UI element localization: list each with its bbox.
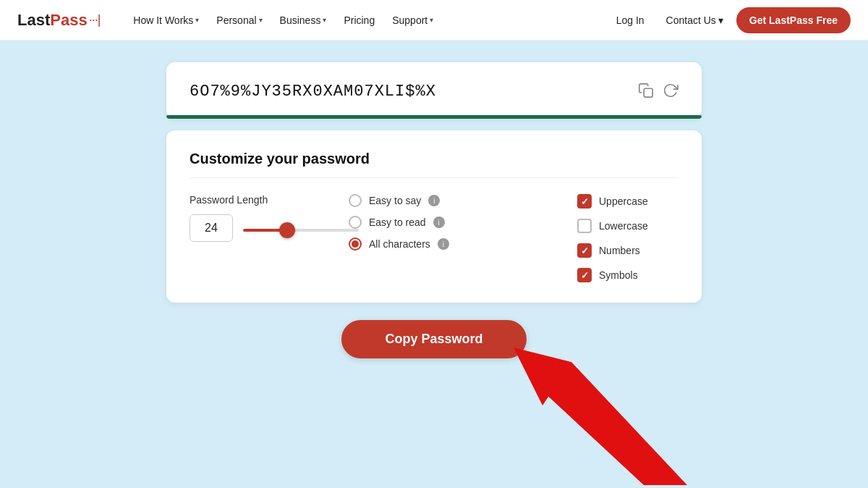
uppercase-label: Uppercase xyxy=(599,195,648,207)
length-input[interactable] xyxy=(190,214,233,242)
length-label: Password Length xyxy=(190,194,334,206)
copy-icon[interactable] xyxy=(638,83,654,101)
symbols-label: Symbols xyxy=(599,269,638,281)
password-display-card: 6O7%9%JY35RX0XAM07XLI$%X xyxy=(166,62,702,119)
contact-button[interactable]: Contact Us ▾ xyxy=(659,10,731,30)
password-text: 6O7%9%JY35RX0XAM07XLI$%X xyxy=(190,83,624,101)
symbols-checkbox[interactable] xyxy=(577,268,592,282)
nav-right: Log In Contact Us ▾ Get LastPass Free xyxy=(608,7,851,33)
nav-item-how-it-works[interactable]: How It Works ▾ xyxy=(126,10,206,30)
checkbox-numbers[interactable]: Numbers xyxy=(577,243,678,258)
nav-item-business[interactable]: Business ▾ xyxy=(273,10,334,30)
checkbox-lowercase[interactable]: Lowercase xyxy=(577,219,678,233)
logo-pass: Pass xyxy=(50,11,87,30)
radio-easy-say-circle xyxy=(349,194,362,207)
chevron-down-icon: ▾ xyxy=(430,16,433,24)
uppercase-checkbox[interactable] xyxy=(577,194,592,209)
char-type-section: Easy to say i Easy to read i All charact… xyxy=(334,194,563,251)
radio-easy-read[interactable]: Easy to read i xyxy=(349,216,563,229)
customize-card: Customize your password Password Length … xyxy=(166,130,702,303)
refresh-icon[interactable] xyxy=(663,83,678,101)
customize-body: Password Length Easy to say i Easy xyxy=(190,194,678,282)
svg-rect-0 xyxy=(644,88,652,97)
radio-easy-read-circle xyxy=(349,216,362,229)
length-input-row xyxy=(190,214,334,242)
length-section: Password Length xyxy=(190,194,334,242)
easy-read-info-icon[interactable]: i xyxy=(433,216,445,228)
strength-bar-container xyxy=(166,115,702,119)
radio-easy-say[interactable]: Easy to say i xyxy=(349,194,563,207)
easy-say-info-icon[interactable]: i xyxy=(428,195,440,206)
radio-all-chars[interactable]: All characters i xyxy=(349,237,563,251)
password-display-row: 6O7%9%JY35RX0XAM07XLI$%X xyxy=(190,83,678,101)
chevron-down-icon: ▾ xyxy=(323,16,326,24)
nav-item-personal[interactable]: Personal ▾ xyxy=(209,10,269,30)
get-lastpass-free-button[interactable]: Get LastPass Free xyxy=(736,7,851,33)
checkbox-section: Uppercase Lowercase Numbers Symbols xyxy=(563,194,678,282)
main-content: 6O7%9%JY35RX0XAM07XLI$%X xyxy=(0,41,868,488)
radio-all-chars-label: All characters xyxy=(369,238,430,250)
radio-all-chars-circle xyxy=(349,237,362,251)
logo-dots: ···| xyxy=(89,12,101,28)
numbers-checkbox[interactable] xyxy=(577,243,592,258)
checkbox-symbols[interactable]: Symbols xyxy=(577,268,678,282)
radio-easy-read-label: Easy to read xyxy=(369,216,426,228)
strength-bar-fill xyxy=(166,115,702,119)
lowercase-checkbox[interactable] xyxy=(577,219,592,233)
logo[interactable]: LastPass···| xyxy=(17,11,100,30)
password-actions xyxy=(638,83,678,101)
copy-btn-container: Copy Password xyxy=(341,320,526,358)
nav-item-support[interactable]: Support ▾ xyxy=(385,10,441,30)
radio-easy-say-label: Easy to say xyxy=(369,195,421,206)
navbar: LastPass···| How It Works ▾ Personal ▾ B… xyxy=(0,0,868,41)
nav-links: How It Works ▾ Personal ▾ Business ▾ Pri… xyxy=(126,10,607,30)
nav-item-pricing[interactable]: Pricing xyxy=(336,10,382,30)
login-button[interactable]: Log In xyxy=(608,10,653,30)
lowercase-label: Lowercase xyxy=(599,220,648,232)
customize-title: Customize your password xyxy=(190,151,678,178)
checkbox-uppercase[interactable]: Uppercase xyxy=(577,194,678,209)
copy-password-button[interactable]: Copy Password xyxy=(341,320,526,358)
all-chars-info-icon[interactable]: i xyxy=(438,238,449,250)
chevron-down-icon: ▾ xyxy=(195,16,199,24)
numbers-label: Numbers xyxy=(599,245,640,256)
logo-last: Last xyxy=(17,11,50,30)
chevron-down-icon: ▾ xyxy=(259,16,263,24)
chevron-down-icon: ▾ xyxy=(718,14,723,26)
